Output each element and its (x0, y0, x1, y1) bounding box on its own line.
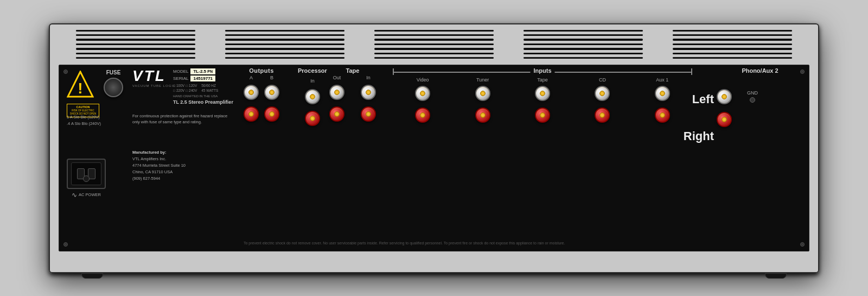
outputs-bottom-row (244, 106, 279, 122)
input-tape-top (535, 86, 550, 101)
tape-section: Tape Out In (329, 67, 376, 122)
vent-slot (673, 43, 792, 45)
processor-bottom-row (298, 111, 327, 126)
vtl-logo-area: VTL VACUUM TUBE LOGIC (132, 68, 176, 87)
vent-slot (225, 43, 344, 45)
outputs-label: Outputs (244, 67, 279, 74)
outputs-section: Outputs A B (244, 67, 279, 122)
vent-slot (673, 34, 792, 36)
vent-area (76, 28, 792, 59)
brand-sub: VACUUM TUBE LOGIC (132, 84, 176, 87)
input-aux1-top (655, 86, 670, 101)
manufacturer-info: Manufactured by: VTL Amplifiers Inc. 477… (132, 149, 186, 182)
voltage-220-label: 220V (176, 88, 184, 93)
handcrafted-label: HAND CRAFTED IN THE USA (173, 95, 233, 98)
vent-slot (524, 30, 643, 32)
lr-label-area: Left Right (684, 92, 714, 143)
vent-slot (76, 48, 195, 49)
brand-logo: VTL (132, 68, 176, 84)
ac-ground-pin (83, 175, 90, 182)
input-tape-bottom (535, 108, 550, 123)
vent-slot (374, 53, 494, 54)
vent-slot (524, 39, 643, 40)
fuse-holder (104, 78, 123, 97)
vent-slot (374, 48, 494, 49)
watts-label: 45 (201, 89, 205, 92)
vent-slot (76, 39, 195, 40)
ac-connector-inner (71, 162, 101, 185)
device-body: ! CAUTION RISK OF ELECTRIC SHOCK DO NOT … (49, 23, 819, 273)
input-video-bottom (415, 108, 430, 123)
frequency-label: 50/60 HZ (201, 84, 216, 87)
tape-out-bottom-connector (329, 106, 344, 122)
tape-out-label: Out (329, 75, 344, 80)
outputs-b-label: B (264, 75, 279, 80)
fire-warning-text: For continuous protection against fire h… (132, 113, 233, 125)
foot-right (765, 273, 787, 279)
screw-tr (800, 70, 805, 74)
processor-in-bottom-connector (305, 111, 320, 126)
vent-slot (225, 48, 344, 49)
tape-label: Tape (329, 67, 376, 74)
gnd-post (750, 97, 755, 103)
inputs-bracket-right (691, 68, 692, 75)
output-b-bottom-connector (264, 106, 279, 122)
bottom-warning-text: To prevent electric shock do not remove … (244, 240, 711, 246)
vent-slot (673, 53, 792, 54)
vent-slot (673, 48, 792, 49)
model-label: MODEL (173, 69, 188, 74)
vent-slot (374, 30, 494, 32)
input-tuner-bottom (475, 108, 490, 123)
phono-left-connector (717, 89, 732, 104)
address-2: Chino, CA 91710 USA (132, 169, 186, 175)
gnd-label: GND (747, 90, 758, 96)
phono-section: Phono/Aux 2 GND (717, 67, 803, 127)
output-a-bottom-connector (244, 106, 259, 122)
input-video-top (415, 86, 430, 101)
screw-tl (63, 70, 68, 74)
fuse-info-text: 1 A Slo Blo (120V) .4 A Slo Blo (240V) (67, 114, 101, 128)
vent-block-4 (524, 28, 643, 59)
vent-slot (524, 53, 643, 54)
foot-left (81, 273, 103, 279)
model-info-area: MODEL TL-2.5 PN SERIAL 14519771 □100V □1… (173, 68, 233, 105)
vent-slot (374, 34, 494, 36)
gnd-area: GND (747, 90, 758, 103)
input-tape-label: Tape (513, 77, 572, 83)
left-label: Left (684, 92, 714, 106)
inputs-area: Inputs Video Tuner Tape CD Aux 1 (393, 67, 692, 123)
manufactured-label: Manufactured by: (132, 149, 186, 156)
input-aux1-label: Aux 1 (633, 77, 692, 83)
vent-slot (374, 57, 494, 59)
vent-slot (374, 39, 494, 40)
full-model-name: TL 2.5 Stereo Preamplifier (173, 99, 233, 105)
inputs-bottom-row (393, 108, 692, 123)
processor-top-row (298, 89, 327, 104)
tape-bottom-row (329, 106, 376, 122)
vent-slot (225, 39, 344, 40)
phono-right-row (717, 112, 803, 127)
inputs-top-row (393, 86, 692, 101)
input-video-label: Video (393, 77, 452, 83)
phono-right-connector (717, 112, 732, 127)
vent-slot (76, 30, 195, 32)
company-name: VTL Amplifiers Inc. (132, 156, 186, 162)
vent-slot (76, 34, 195, 36)
ac-power-section: ∿ AC POWER (67, 159, 106, 199)
output-a-top-connector (244, 85, 259, 100)
inputs-label: Inputs (531, 67, 555, 74)
fuse-label: FUSE (104, 70, 123, 75)
vent-slot (76, 53, 195, 54)
watts-unit: WATTS (206, 89, 218, 92)
input-cd-label: CD (572, 77, 632, 83)
vent-slot (225, 34, 344, 36)
vent-block-3 (374, 28, 494, 59)
voltage-120-label: 100V (176, 83, 184, 89)
tape-top-row (329, 85, 376, 100)
address-1: 4774 Murrieta Street Suite 10 (132, 162, 186, 169)
ac-label: ∿ AC POWER (67, 191, 106, 199)
phono-label: Phono/Aux 2 (717, 67, 803, 74)
input-aux1-bottom (655, 108, 670, 123)
vent-slot (524, 43, 643, 45)
input-cd-bottom (595, 108, 610, 123)
